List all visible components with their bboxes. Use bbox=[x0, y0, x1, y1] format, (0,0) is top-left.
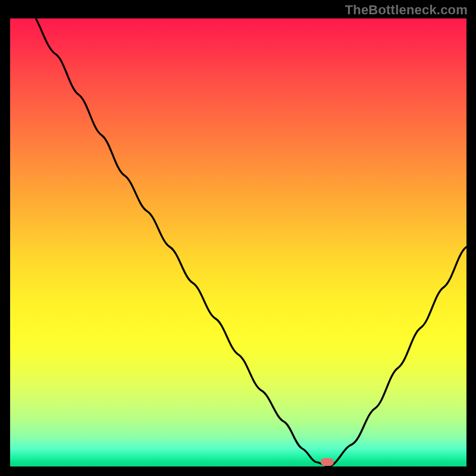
watermark-text: TheBottleneck.com bbox=[345, 2, 468, 18]
bottleneck-curve-path bbox=[29, 18, 466, 466]
optimal-marker bbox=[321, 458, 334, 466]
curve-svg bbox=[10, 18, 466, 466]
plot-area bbox=[10, 18, 466, 466]
chart-container: TheBottleneck.com bbox=[0, 0, 476, 476]
